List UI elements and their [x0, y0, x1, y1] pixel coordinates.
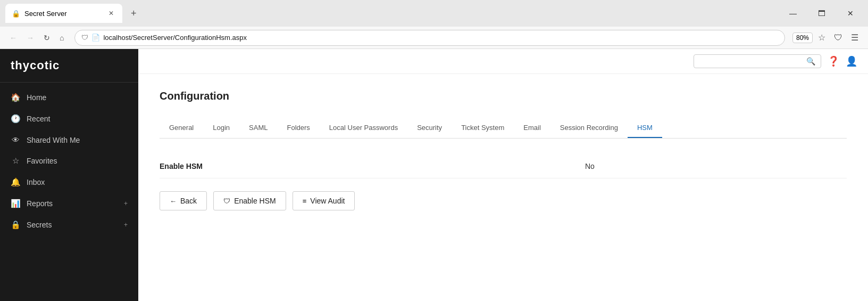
minimize-button[interactable]: —: [781, 5, 805, 22]
tab-close-button[interactable]: ✕: [106, 9, 116, 18]
app-container: thycotic 🏠 Home 🕐 Recent 👁 Shared With M…: [0, 49, 868, 301]
reports-expand-icon[interactable]: +: [124, 200, 128, 207]
sidebar-nav: 🏠 Home 🕐 Recent 👁 Shared With Me ☆ Favor…: [0, 83, 138, 301]
tab-general[interactable]: General: [160, 118, 203, 138]
tab-saml[interactable]: SAML: [239, 118, 277, 138]
maximize-button[interactable]: 🗖: [809, 5, 834, 22]
home-button[interactable]: ⌂: [56, 31, 67, 44]
sidebar-inbox-label: Inbox: [27, 178, 128, 186]
enable-hsm-btn-label: Enable HSM: [234, 197, 276, 205]
audit-icon: ≡: [303, 197, 307, 205]
logo: thycotic: [11, 59, 128, 72]
settings-section: Enable HSM No: [160, 154, 847, 178]
url-input[interactable]: [103, 34, 778, 42]
page-content: Configuration General Login SAML Folders…: [138, 74, 868, 226]
shield-button-icon: 🛡: [223, 197, 230, 205]
nav-right-controls: 80% ☆ 🛡 ☰: [792, 30, 862, 45]
secrets-icon: 🔒: [11, 220, 20, 230]
back-icon: ←: [170, 197, 177, 205]
enable-hsm-button[interactable]: 🛡 Enable HSM: [213, 191, 286, 210]
sidebar-item-recent[interactable]: 🕐 Recent: [0, 108, 138, 129]
top-bar: 🔍 ❓ 👤: [138, 49, 868, 74]
favorites-icon: ☆: [11, 156, 20, 166]
sidebar-item-secrets[interactable]: 🔒 Secrets +: [0, 214, 138, 235]
tab-login[interactable]: Login: [203, 118, 239, 138]
page-info-icon: 📄: [91, 34, 100, 42]
secrets-expand-icon[interactable]: +: [124, 221, 128, 229]
browser-navbar: ← → ↻ ⌂ 🛡 📄 80% ☆ 🛡 ☰: [0, 27, 868, 49]
tab-hsm[interactable]: HSM: [628, 118, 662, 138]
browser-tab[interactable]: 🔒 Secret Server ✕: [5, 4, 122, 23]
home-icon: 🏠: [11, 93, 20, 102]
logo-text: thycotic: [11, 59, 60, 72]
enable-hsm-value: No: [585, 162, 595, 170]
address-bar[interactable]: 🛡 📄: [74, 30, 785, 46]
sidebar-item-inbox[interactable]: 🔔 Inbox: [0, 172, 138, 193]
sidebar-favorites-label: Favorites: [27, 157, 128, 165]
shield-button[interactable]: 🛡: [831, 31, 846, 45]
reload-button[interactable]: ↻: [40, 31, 53, 44]
sidebar-item-shared-with-me[interactable]: 👁 Shared With Me: [0, 129, 138, 150]
shared-icon: 👁: [11, 135, 20, 144]
reports-icon: 📊: [11, 199, 20, 208]
sidebar-item-reports[interactable]: 📊 Reports +: [0, 193, 138, 214]
logo-area: thycotic: [0, 49, 138, 83]
menu-button[interactable]: ☰: [848, 30, 862, 45]
view-audit-label: View Audit: [310, 197, 345, 205]
sidebar-home-label: Home: [27, 93, 128, 102]
tab-favicon: 🔒: [12, 9, 20, 18]
back-button[interactable]: ← Back: [160, 191, 207, 210]
enable-hsm-label: Enable HSM: [160, 162, 266, 170]
view-audit-button[interactable]: ≡ View Audit: [293, 191, 355, 210]
top-icons: ❓ 👤: [828, 55, 857, 67]
tab-security[interactable]: Security: [407, 118, 452, 138]
help-button[interactable]: ❓: [828, 55, 839, 67]
sidebar-shared-label: Shared With Me: [27, 136, 128, 144]
zoom-badge: 80%: [792, 32, 813, 43]
tab-ticket-system[interactable]: Ticket System: [452, 118, 514, 138]
action-buttons: ← Back 🛡 Enable HSM ≡ View Audit: [160, 191, 847, 210]
close-button[interactable]: ✕: [838, 5, 863, 22]
window-controls: — 🗖 ✕: [781, 5, 863, 22]
page-title: Configuration: [160, 90, 847, 102]
sidebar-recent-label: Recent: [27, 115, 128, 123]
tab-local-user-passwords[interactable]: Local User Passwords: [320, 118, 407, 138]
search-box[interactable]: 🔍: [694, 54, 821, 68]
recent-icon: 🕐: [11, 114, 20, 124]
tab-email[interactable]: Email: [514, 118, 550, 138]
main-content: 🔍 ❓ 👤 Configuration General Login SAML F…: [138, 49, 868, 301]
back-browser-button[interactable]: ←: [6, 31, 20, 44]
config-tabs: General Login SAML Folders Local User Pa…: [160, 118, 847, 139]
tab-title: Secret Server: [24, 10, 102, 18]
sidebar-item-home[interactable]: 🏠 Home: [0, 87, 138, 108]
sidebar-item-favorites[interactable]: ☆ Favorites: [0, 150, 138, 172]
tab-folders[interactable]: Folders: [277, 118, 319, 138]
setting-row-enable-hsm: Enable HSM No: [160, 154, 847, 178]
user-profile-button[interactable]: 👤: [846, 55, 857, 67]
search-input[interactable]: [699, 58, 803, 66]
tab-session-recording[interactable]: Session Recording: [550, 118, 628, 138]
new-tab-button[interactable]: +: [127, 6, 141, 21]
inbox-icon: 🔔: [11, 177, 20, 187]
search-icon: 🔍: [806, 57, 815, 66]
bookmark-button[interactable]: ☆: [815, 30, 829, 45]
sidebar-reports-label: Reports: [27, 199, 118, 208]
sidebar: thycotic 🏠 Home 🕐 Recent 👁 Shared With M…: [0, 49, 138, 301]
forward-browser-button[interactable]: →: [23, 31, 37, 44]
sidebar-secrets-label: Secrets: [27, 221, 118, 229]
security-shield-icon: 🛡: [81, 34, 88, 42]
back-label: Back: [180, 197, 197, 205]
